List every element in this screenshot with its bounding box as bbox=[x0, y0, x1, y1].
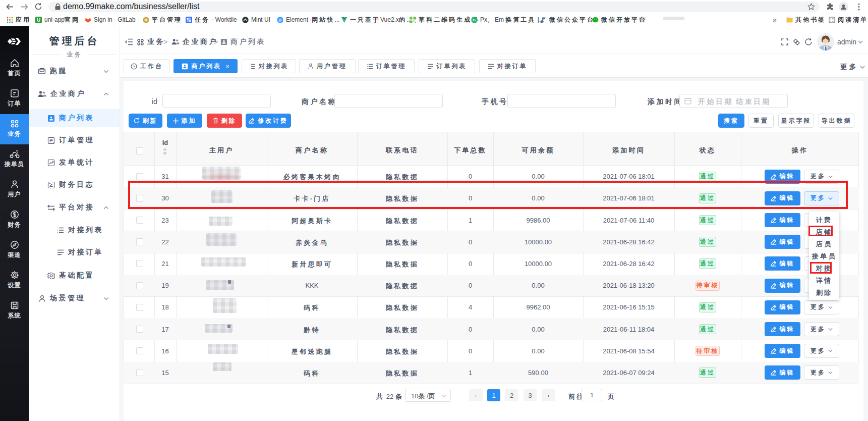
svg-text:Px: Px bbox=[473, 19, 476, 22]
